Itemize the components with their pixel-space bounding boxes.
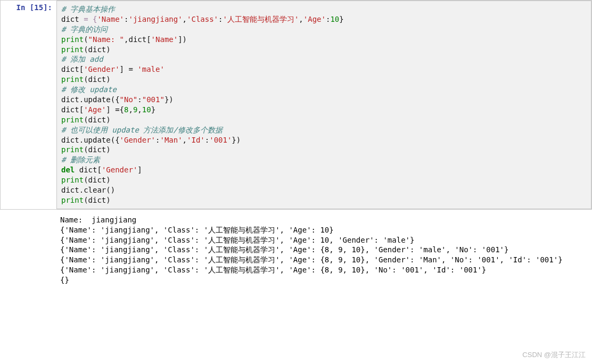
- output-prompt: [0, 210, 56, 291]
- code-line: print(dict): [61, 175, 587, 185]
- code-input[interactable]: # 字典基本操作 dict = {'Name':'jiangjiang','Cl…: [56, 1, 591, 209]
- code-cell: In [15]: # 字典基本操作 dict = {'Name':'jiangj…: [0, 0, 592, 210]
- code-line: dict['Age'] ={8,9,10}: [61, 105, 587, 115]
- code-line: # 字典基本操作: [61, 5, 115, 13]
- code-line: dict.update({"No":"001"}): [61, 95, 587, 105]
- code-line: print("Name: ",dict['Name']): [61, 35, 587, 45]
- code-line: print(dict): [61, 115, 587, 125]
- input-prompt: In [15]:: [1, 1, 56, 209]
- code-line: dict.clear(): [61, 185, 587, 195]
- code-line: # 添加 add: [61, 55, 103, 63]
- code-line: dict.update({'Gender':'Man','Id':'001'}): [61, 135, 587, 145]
- code-line: del dict['Gender']: [61, 165, 587, 175]
- output-text: Name: jiangjiang {'Name': 'jiangjiang', …: [56, 210, 592, 291]
- code-line: print(dict): [61, 75, 587, 85]
- code-line: print(dict): [61, 45, 587, 55]
- code-line: dict = {'Name':'jiangjiang','Class':'人工智…: [61, 14, 587, 24]
- code-line: # 删除元素: [61, 155, 100, 164]
- output-cell: Name: jiangjiang {'Name': 'jiangjiang', …: [0, 210, 592, 291]
- code-line: dict['Gender'] = 'male': [61, 64, 587, 75]
- code-line: # 也可以使用 update 方法添加/修改多个数据: [61, 126, 223, 134]
- code-line: print(dict): [61, 195, 587, 205]
- code-line: # 修改 update: [61, 85, 117, 94]
- code-line: print(dict): [61, 145, 587, 155]
- code-line: # 字典的访问: [61, 25, 108, 34]
